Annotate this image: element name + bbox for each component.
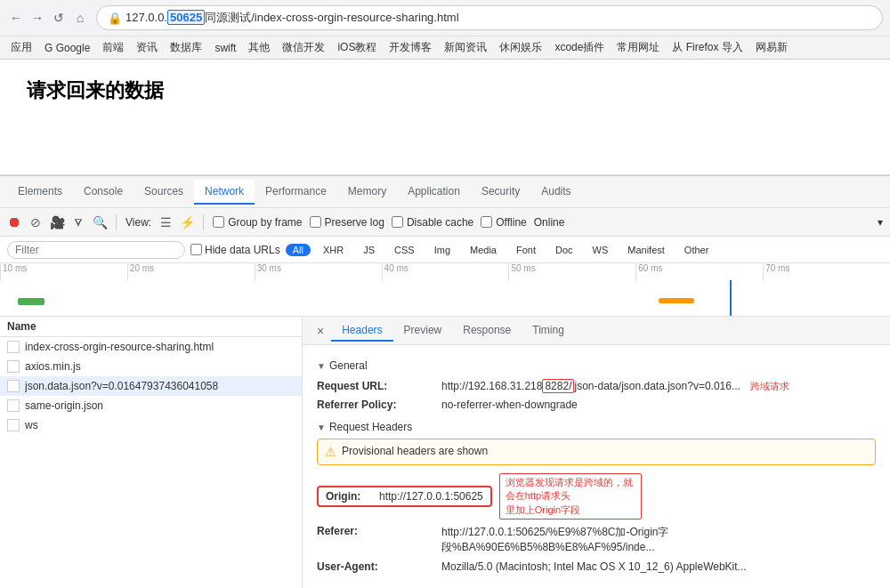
- view-list-button[interactable]: ☰: [158, 215, 173, 230]
- hide-data-urls-input[interactable]: [190, 244, 202, 255]
- detail-tab-preview[interactable]: Preview: [393, 320, 453, 342]
- address-url: 127.0.0.50625同源测试/index-cross-orgin-reso…: [125, 10, 459, 26]
- filter-type-xhr[interactable]: XHR: [316, 244, 351, 256]
- filter-type-js[interactable]: JS: [356, 244, 382, 256]
- tab-application[interactable]: Application: [397, 180, 471, 205]
- dropdown-icon[interactable]: ▾: [878, 216, 883, 229]
- file-item[interactable]: same-origin.json: [0, 396, 302, 415]
- lock-icon: 🔒: [108, 12, 122, 25]
- request-url-value: http://192.168.31.2188282/json-data/json…: [441, 380, 789, 393]
- back-button[interactable]: ←: [7, 9, 25, 27]
- bookmark-google[interactable]: G Google: [41, 40, 93, 56]
- detail-tab-timing[interactable]: Timing: [522, 320, 575, 342]
- filter-type-other[interactable]: Other: [677, 244, 716, 256]
- timeline-ruler: 10 ms 20 ms 30 ms 40 ms 50 ms 60 ms 70 m…: [0, 263, 890, 281]
- tab-memory[interactable]: Memory: [337, 180, 397, 205]
- file-name: axios.min.js: [25, 360, 81, 373]
- file-item[interactable]: axios.min.js: [0, 357, 302, 376]
- filter-type-doc[interactable]: Doc: [548, 244, 580, 256]
- warning-box: ⚠ Provisional headers are shown: [317, 439, 876, 465]
- page-title: 请求回来的数据: [27, 77, 863, 104]
- offline-input[interactable]: [481, 216, 492, 228]
- bookmark-163[interactable]: 网易新: [752, 38, 791, 57]
- filter-type-ws[interactable]: WS: [586, 244, 616, 256]
- reload-button[interactable]: ↺: [50, 9, 68, 27]
- file-name: same-origin.json: [25, 399, 103, 412]
- tab-performance[interactable]: Performance: [255, 180, 337, 205]
- general-section-title: General: [317, 359, 876, 372]
- online-label: Online: [534, 216, 565, 229]
- file-name: index-cross-orgin-resource-sharing.html: [25, 341, 214, 353]
- tab-security[interactable]: Security: [471, 180, 530, 205]
- tab-console[interactable]: Console: [73, 180, 134, 205]
- bookmark-other[interactable]: 其他: [245, 38, 273, 57]
- bookmark-xcode[interactable]: xcode插件: [551, 38, 608, 57]
- bookmark-swift[interactable]: swift: [211, 40, 239, 56]
- nav-buttons: ← → ↺ ⌂: [7, 9, 89, 27]
- url-port-highlight: 8282/: [542, 379, 574, 393]
- group-by-frame-checkbox[interactable]: Group by frame: [213, 216, 302, 229]
- disable-cache-input[interactable]: [392, 216, 403, 228]
- toolbar-separator-2: [203, 214, 204, 230]
- tab-elements[interactable]: Elements: [7, 180, 73, 205]
- filter-input[interactable]: [7, 241, 185, 259]
- bookmark-common[interactable]: 常用网址: [613, 38, 663, 57]
- bookmark-db[interactable]: 数据库: [166, 38, 206, 57]
- file-item[interactable]: ws: [0, 415, 302, 435]
- filter-type-media[interactable]: Media: [463, 244, 504, 256]
- warning-text: Provisional headers are shown: [342, 445, 488, 457]
- stop-button[interactable]: ⊘: [28, 215, 43, 230]
- detail-close-button[interactable]: ×: [310, 320, 331, 342]
- file-item[interactable]: index-cross-orgin-resource-sharing.html: [0, 337, 302, 357]
- bookmark-news[interactable]: 新闻资讯: [441, 38, 490, 57]
- disable-cache-checkbox[interactable]: Disable cache: [392, 216, 473, 229]
- bookmarks-bar: 应用 G Google 前端 资讯 数据库 swift 其他 微信开发 iOS教…: [0, 36, 890, 59]
- bookmark-frontend[interactable]: 前端: [99, 38, 127, 57]
- request-url-row: Request URL: http://192.168.31.2188282/j…: [317, 377, 876, 396]
- filter-bar: Hide data URLs All XHR JS CSS Img Media …: [0, 237, 890, 263]
- file-icon: [7, 341, 20, 353]
- home-button[interactable]: ⌂: [71, 9, 89, 27]
- detail-panel: × Headers Preview Response Timing Genera…: [303, 317, 890, 588]
- filter-type-css[interactable]: CSS: [387, 244, 422, 256]
- bookmark-ios[interactable]: iOS教程: [334, 38, 380, 57]
- record-button[interactable]: ⏺: [7, 215, 21, 230]
- referrer-policy-row: Referrer Policy: no-referrer-when-downgr…: [317, 396, 876, 414]
- camera-button[interactable]: 🎥: [50, 215, 64, 230]
- bookmark-firefox[interactable]: 从 Firefox 导入: [668, 38, 746, 57]
- tab-network[interactable]: Network: [194, 180, 255, 205]
- filter-type-img[interactable]: Img: [427, 244, 457, 256]
- referer-value: http://127.0.0.1:50625/%E9%87%8C加-Origin…: [441, 525, 876, 555]
- tab-audits[interactable]: Audits: [530, 180, 581, 205]
- filter-type-font[interactable]: Font: [509, 244, 543, 256]
- tab-sources[interactable]: Sources: [134, 180, 194, 205]
- offline-checkbox[interactable]: Offline: [481, 216, 526, 229]
- origin-label: Origin:: [326, 490, 379, 503]
- filter-type-all[interactable]: All: [286, 244, 311, 256]
- preserve-log-checkbox[interactable]: Preserve log: [310, 216, 384, 229]
- request-url-annotation: 跨域请求: [750, 381, 789, 391]
- detail-tab-headers[interactable]: Headers: [331, 320, 392, 342]
- filter-button[interactable]: ⛛: [71, 215, 85, 230]
- hide-data-urls-checkbox[interactable]: Hide data URLs: [190, 244, 280, 256]
- preserve-log-input[interactable]: [310, 216, 321, 228]
- filter-type-manifest[interactable]: Manifest: [620, 244, 672, 256]
- detail-content: General Request URL: http://192.168.31.2…: [303, 345, 890, 583]
- file-list: Name index-cross-orgin-resource-sharing.…: [0, 317, 303, 588]
- forward-button[interactable]: →: [28, 9, 46, 27]
- view-waterfall-button[interactable]: ⚡: [180, 215, 194, 230]
- bookmark-wechat[interactable]: 微信开发: [279, 38, 328, 57]
- bookmark-devblog[interactable]: 开发博客: [385, 38, 435, 57]
- timeline-blue-line: [730, 280, 732, 316]
- detail-tab-response[interactable]: Response: [452, 320, 522, 342]
- bookmark-info[interactable]: 资讯: [133, 38, 161, 57]
- file-list-header: Name: [0, 317, 302, 337]
- bookmark-apps[interactable]: 应用: [7, 38, 36, 57]
- bookmark-leisure[interactable]: 休闲娱乐: [496, 38, 546, 57]
- group-by-frame-input[interactable]: [213, 216, 224, 228]
- file-item-selected[interactable]: json.data.json?v=0.01647937436041058: [0, 376, 302, 396]
- search-button[interactable]: 🔍: [93, 215, 107, 230]
- file-icon: [7, 419, 20, 431]
- address-bar[interactable]: 🔒 127.0.0.50625同源测试/index-cross-orgin-re…: [96, 5, 883, 30]
- devtools-panel: Elements Console Sources Network Perform…: [0, 175, 890, 588]
